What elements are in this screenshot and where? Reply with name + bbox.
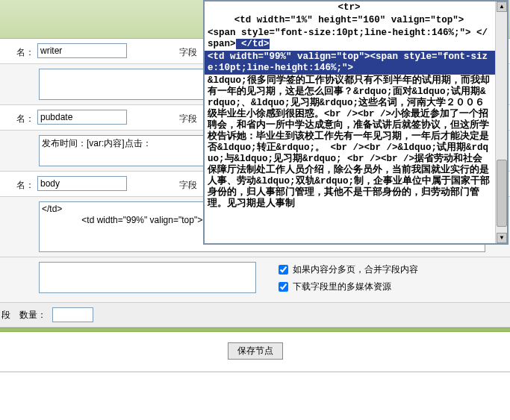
label-body-name: 名： xyxy=(1,176,37,192)
selected-code-1: </td> xyxy=(236,39,270,49)
pubdate-name-input[interactable] xyxy=(37,110,127,125)
code-line: <span style="font-size:10pt;line-height:… xyxy=(205,27,495,51)
save-button[interactable]: 保存节点 xyxy=(228,342,283,360)
download-media-checkbox[interactable] xyxy=(279,282,288,292)
scroll-up-arrow[interactable]: ▲ xyxy=(497,1,507,12)
overlay-scrollbar[interactable]: ▲ ▼ xyxy=(495,1,507,243)
writer-name-input[interactable] xyxy=(37,43,127,58)
label-writer-name: 名： xyxy=(1,43,37,59)
selected-code-2: <td width="99%" valign="top"><span style… xyxy=(205,51,495,75)
scroll-down-arrow[interactable]: ▼ xyxy=(497,233,507,243)
body-name-input[interactable] xyxy=(37,176,127,191)
count-prefix: 段 xyxy=(1,309,10,322)
code-prose: &ldquo;很多同学签的工作协议都只有不到半年的试用期，而我却有一年的见习期，… xyxy=(205,75,495,210)
label-field-3: 字段 xyxy=(179,176,197,192)
extra-textarea[interactable] xyxy=(39,262,256,293)
label-field-1: 字段 xyxy=(179,43,197,59)
code-line: <td width="1%" height="160" valign="top"… xyxy=(205,14,495,27)
merge-pages-label: 如果内容分多页，合并字段内容 xyxy=(293,263,418,276)
code-line: <tr> xyxy=(205,1,495,14)
label-field-2: 字段 xyxy=(179,110,197,125)
count-label: 数量： xyxy=(19,309,46,322)
download-media-label: 下载字段里的多媒体资源 xyxy=(293,280,391,293)
code-preview-overlay: <tr> <td width="1%" height="160" valign=… xyxy=(203,0,509,245)
label-pubdate-name: 名： xyxy=(1,110,37,125)
scroll-thumb[interactable] xyxy=(497,160,507,227)
count-input[interactable] xyxy=(52,307,93,322)
merge-pages-checkbox[interactable] xyxy=(279,265,288,275)
bottom-divider xyxy=(0,372,510,372)
